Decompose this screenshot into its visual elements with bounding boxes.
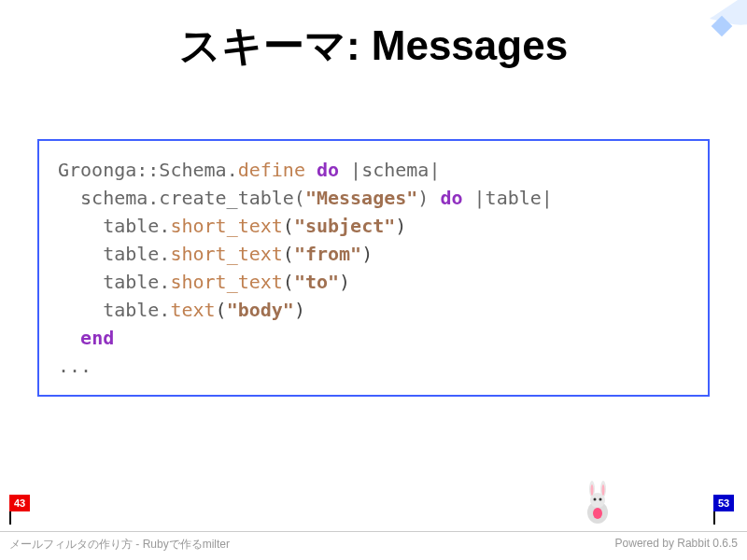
code-block: Groonga::Schema.define do |schema| schem… [37,139,710,397]
footer-right: Powered by Rabbit 0.6.5 [615,537,738,553]
svg-point-6 [602,484,605,496]
code-line: table.text("body") [58,296,689,324]
current-page-flag: 43 [9,495,34,525]
svg-point-8 [599,498,602,501]
footer-left: メールフィルタの作り方 - Rubyで作るmilter [9,537,230,553]
current-page-number: 43 [9,495,30,511]
rabbit-icon [579,480,616,525]
footer: メールフィルタの作り方 - Rubyで作るmilter Powered by R… [9,537,738,553]
total-pages-flag: 53 [713,495,738,525]
corner-decoration [654,0,747,56]
code-line: ... [58,352,689,380]
code-line: table.short_text("from") [58,240,689,268]
svg-point-9 [593,508,602,519]
svg-point-7 [594,498,597,501]
footer-divider [0,531,747,532]
svg-point-5 [591,484,594,496]
slide-title: スキーマ: Messages [0,19,747,74]
code-line: table.short_text("subject") [58,212,689,240]
code-line: Groonga::Schema.define do |schema| [58,156,689,184]
progress-track: 43 53 [0,497,747,525]
code-line: end [58,324,689,352]
total-pages-number: 53 [713,495,734,511]
code-line: schema.create_table("Messages") do |tabl… [58,184,689,212]
code-line: table.short_text("to") [58,268,689,296]
